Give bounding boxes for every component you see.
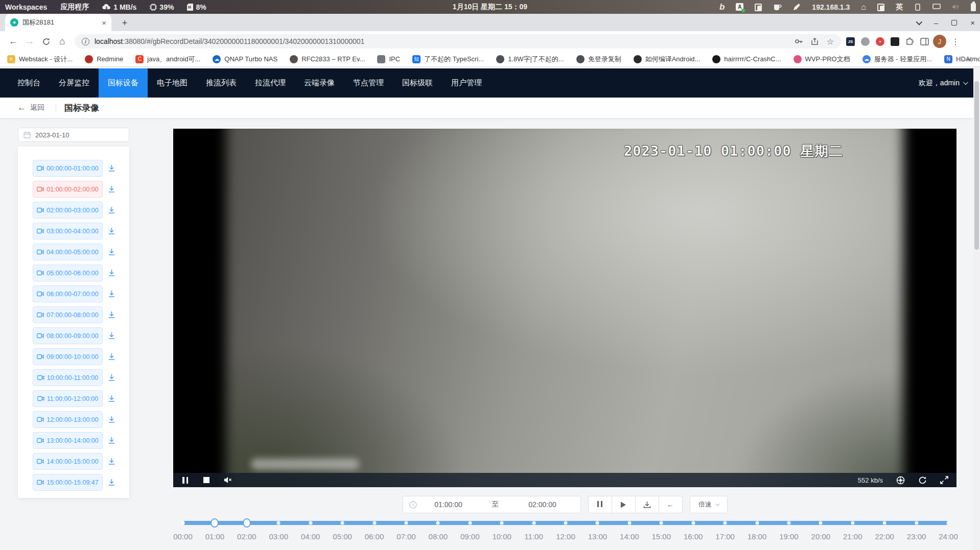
- tab-search-chevron-icon[interactable]: [916, 18, 922, 25]
- video-player[interactable]: 2023-01-10 01:00:00 星期二 552 kb/s: [173, 129, 956, 487]
- segment-button[interactable]: 14:00:00-15:00:00: [33, 453, 103, 470]
- segment-button[interactable]: 01:00:00-02:00:00: [33, 181, 103, 198]
- segment-download-button[interactable]: [108, 332, 115, 340]
- password-key-icon[interactable]: [795, 37, 803, 45]
- segment-download-button[interactable]: [108, 269, 115, 277]
- player-pause-icon[interactable]: [181, 477, 189, 484]
- window-minimize-button[interactable]: –: [934, 19, 938, 27]
- back-icon[interactable]: ←: [5, 33, 21, 50]
- nav-tab[interactable]: 推流列表: [197, 68, 246, 98]
- snapshot-icon[interactable]: [896, 476, 905, 485]
- ip-address[interactable]: 192.168.1.3: [812, 3, 850, 11]
- end-time-value[interactable]: 02:00:00: [511, 500, 574, 509]
- segment-download-button[interactable]: [108, 416, 115, 423]
- bookmark-item[interactable]: 如何编译Android...: [634, 55, 701, 64]
- bookmark-item[interactable]: ☁ QNAP Turbo NAS: [213, 55, 277, 63]
- forward-icon[interactable]: →: [21, 33, 38, 50]
- browser-profile-avatar[interactable]: J: [933, 35, 946, 48]
- extension-gray-icon[interactable]: [861, 37, 870, 46]
- screen-rotate-icon[interactable]: [914, 4, 921, 11]
- segment-button[interactable]: 11:00:00-12:00:00: [33, 390, 103, 407]
- segment-button[interactable]: 15:00:00-15:09:47: [33, 474, 103, 491]
- nav-tab[interactable]: 用户管理: [442, 68, 491, 98]
- nav-tab[interactable]: 国标设备: [99, 68, 148, 98]
- address-bar[interactable]: i localhost:38080/#/gbRecordDetail/34020…: [75, 34, 841, 49]
- bookmark-item[interactable]: IPC: [377, 55, 400, 63]
- scrollbar-thumb[interactable]: [974, 81, 979, 250]
- segment-button[interactable]: 00:00:00-01:00:00: [33, 160, 103, 177]
- segment-button[interactable]: 05:00:00-06:00:00: [33, 265, 103, 281]
- segment-button[interactable]: 10:00:00-11:00:00: [33, 369, 103, 386]
- nav-tab[interactable]: 控制台: [8, 68, 50, 98]
- fullscreen-icon[interactable]: [940, 476, 948, 484]
- clock[interactable]: 1月10日 星期二 15：09: [453, 3, 527, 12]
- time-range-picker[interactable]: 01:00:00 至 02:00:00: [403, 496, 581, 513]
- download-button[interactable]: [635, 496, 659, 513]
- start-time-value[interactable]: 01:00:00: [417, 500, 480, 509]
- segment-download-button[interactable]: [108, 227, 115, 235]
- translate-tray-icon[interactable]: A: [736, 3, 743, 11]
- bookmark-item[interactable]: C java、android可...: [135, 55, 200, 64]
- segment-button[interactable]: 04:00:00-05:00:00: [33, 244, 103, 260]
- bookmark-item[interactable]: RFC2833 – RTP Ev...: [290, 55, 365, 63]
- segment-button[interactable]: 08:00:00-09:00:00: [33, 327, 103, 344]
- side-panel-icon[interactable]: [920, 38, 929, 45]
- extensions-puzzle-icon[interactable]: [905, 37, 914, 46]
- play-button[interactable]: [612, 496, 636, 513]
- nav-tab[interactable]: 分屏监控: [50, 68, 99, 98]
- bookmark-item[interactable]: hairrrrr/C-CrashC...: [712, 55, 781, 63]
- segment-download-button[interactable]: [108, 479, 115, 486]
- segment-button[interactable]: 13:00:00-14:00:00: [33, 432, 103, 449]
- segment-download-button[interactable]: [108, 311, 115, 319]
- player-refresh-icon[interactable]: [918, 476, 927, 485]
- coffee-tray-icon[interactable]: [773, 4, 782, 11]
- back-button[interactable]: 返回: [30, 103, 44, 112]
- nav-tab[interactable]: 节点管理: [344, 68, 393, 98]
- segment-download-button[interactable]: [108, 353, 115, 361]
- segment-button[interactable]: 07:00:00-08:00:00: [33, 306, 103, 323]
- segment-download-button[interactable]: [108, 458, 115, 465]
- color-picker-tray-icon[interactable]: [793, 3, 801, 11]
- nav-tab[interactable]: 电子地图: [148, 68, 197, 98]
- segment-download-button[interactable]: [108, 437, 115, 444]
- segment-button[interactable]: 12:00:00-13:00:00: [33, 411, 103, 428]
- display-tray-icon[interactable]: [932, 4, 941, 10]
- page-scrollbar[interactable]: [973, 67, 980, 550]
- clipboard-tray-icon[interactable]: [755, 4, 762, 11]
- segment-download-button[interactable]: [108, 395, 115, 402]
- extension-red-icon[interactable]: ×: [876, 37, 884, 46]
- window-restore-button[interactable]: [951, 20, 957, 26]
- bookmark-item[interactable]: ☁ 服务器 - 轻量应用...: [862, 55, 932, 64]
- bookmark-item[interactable]: 知 了不起的 TypeScri...: [412, 55, 484, 64]
- user-menu[interactable]: 欢迎，admin: [919, 68, 967, 98]
- bookmark-item[interactable]: 免登录复制: [576, 55, 621, 64]
- site-info-icon[interactable]: i: [82, 38, 89, 45]
- tab-close-icon[interactable]: ×: [102, 19, 106, 27]
- workspace-switcher-icon[interactable]: [877, 4, 884, 11]
- segment-download-button[interactable]: [108, 248, 115, 256]
- segment-button[interactable]: 09:00:00-10:00:00: [33, 348, 103, 365]
- nav-tab[interactable]: 云端录像: [295, 68, 344, 98]
- speed-dropdown[interactable]: 倍速: [690, 496, 728, 513]
- window-close-button[interactable]: ×: [970, 19, 975, 27]
- reload-icon[interactable]: [38, 33, 54, 50]
- segment-download-button[interactable]: [108, 374, 115, 381]
- home-icon[interactable]: ⌂: [54, 33, 71, 50]
- segment-download-button[interactable]: [108, 185, 115, 193]
- bookmark-item[interactable]: N HDAtmos :: 种子 *...: [944, 55, 980, 64]
- bookmark-item[interactable]: 1.8W字|了不起的...: [496, 55, 564, 64]
- nav-tab[interactable]: 拉流代理: [246, 68, 295, 98]
- player-stop-icon[interactable]: [203, 477, 209, 483]
- pause-button[interactable]: [588, 496, 612, 513]
- bookmark-item[interactable]: Redmine: [85, 55, 123, 63]
- segment-download-button[interactable]: [108, 206, 115, 214]
- browser-menu-icon[interactable]: ⋮: [951, 37, 960, 46]
- nav-tab[interactable]: 国标级联: [393, 68, 442, 98]
- back-arrow-icon[interactable]: ←: [17, 103, 26, 113]
- volume-tray-icon[interactable]: [952, 4, 960, 10]
- new-tab-button[interactable]: +: [119, 17, 131, 29]
- date-picker-input[interactable]: 2023-01-10: [18, 128, 129, 142]
- timeline-handle[interactable]: [243, 518, 251, 528]
- bookmark-item[interactable]: ≡ Webstack - 设计...: [7, 55, 73, 64]
- bing-tray-icon[interactable]: b: [719, 2, 725, 12]
